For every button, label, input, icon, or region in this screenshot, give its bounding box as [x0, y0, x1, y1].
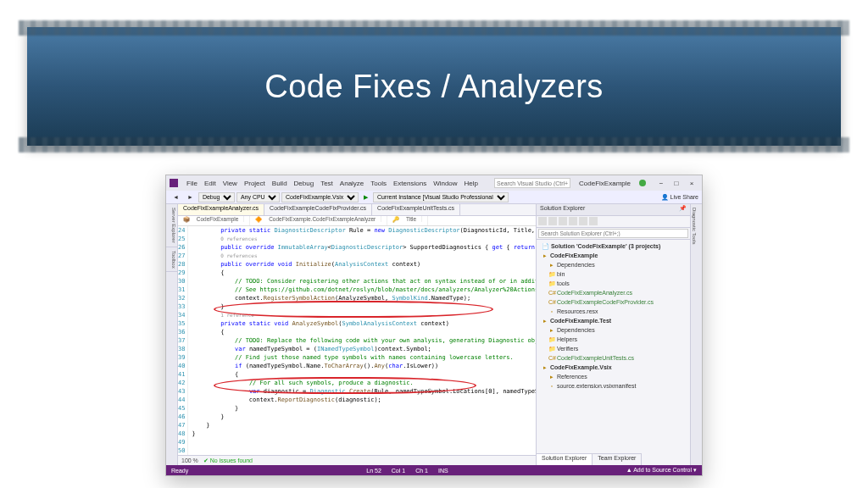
- solexp-search: [537, 228, 690, 240]
- document-tabs: CodeFixExampleAnalyzer.csCodeFixExampleC…: [178, 204, 536, 216]
- nav-member[interactable]: 🔑 Title: [387, 216, 428, 225]
- solexp-collapse-icon[interactable]: [559, 217, 567, 225]
- main-toolbar: ◄ ► Debug Any CPU CodeFixExample.Vsix ▶ …: [166, 191, 702, 204]
- vs-logo-icon: [170, 179, 178, 187]
- solexp-refresh-icon[interactable]: [548, 217, 557, 225]
- menu-test[interactable]: Test: [317, 180, 337, 187]
- source-control-button[interactable]: ▲ Add to Source Control ▾: [626, 467, 697, 474]
- menu-file[interactable]: File: [183, 180, 201, 187]
- solexp-pin-icon[interactable]: 📌: [679, 205, 687, 214]
- menu-debug[interactable]: Debug: [291, 180, 318, 187]
- tree-node[interactable]: ▸ Dependencies: [538, 325, 688, 335]
- solution-name-label: CodeFixExample: [579, 180, 631, 187]
- tree-node[interactable]: 📁 Helpers: [538, 335, 688, 344]
- menu-window[interactable]: Window: [430, 180, 460, 187]
- doc-tab[interactable]: CodeFixExampleCodeFixProvider.cs: [264, 204, 372, 215]
- tree-node[interactable]: ▫ Resources.resx: [538, 307, 688, 316]
- tree-node[interactable]: ▸ Dependencies: [538, 260, 688, 269]
- search-vs-input[interactable]: [494, 178, 570, 188]
- solution-tree[interactable]: 📄 Solution 'CodeFixExample' (3 projects)…: [537, 240, 690, 453]
- tree-node[interactable]: C# CodeFixExampleAnalyzer.cs: [538, 288, 688, 297]
- right-tool-tabs: Diagnostic Tools: [690, 204, 702, 465]
- issues-status[interactable]: ✔ No issues found: [203, 458, 253, 464]
- error-bar: 100 % ✔ No issues found: [178, 455, 536, 465]
- minimize-button[interactable]: −: [654, 180, 668, 187]
- zoom-level[interactable]: 100 %: [181, 458, 198, 463]
- tree-node[interactable]: 📁 tools: [538, 279, 688, 288]
- solexp-showall-icon[interactable]: [569, 217, 577, 225]
- nav-class[interactable]: 🔶 CodeFixExample.CodeFixExampleAnalyzer: [250, 216, 387, 225]
- solexp-search-input[interactable]: [538, 229, 688, 238]
- user-badge-icon[interactable]: [639, 180, 646, 186]
- menu-extensions[interactable]: Extensions: [390, 180, 430, 187]
- tree-node[interactable]: ▫ source.extension.vsixmanifest: [538, 381, 688, 391]
- status-ins: INS: [438, 468, 448, 474]
- tool-tab-server-explorer[interactable]: Server Explorer: [166, 204, 177, 247]
- tree-node[interactable]: 📁 bin: [538, 269, 688, 279]
- platform-dropdown[interactable]: Any CPU: [236, 192, 280, 202]
- navigation-bar: 📦 CodeFixExample 🔶 CodeFixExample.CodeFi…: [178, 216, 536, 226]
- menu-help[interactable]: Help: [461, 180, 481, 187]
- window-buttons: − □ ×: [654, 180, 698, 187]
- solexp-title: Solution Explorer: [540, 205, 585, 214]
- menu-view[interactable]: View: [220, 180, 241, 187]
- liveshare-button[interactable]: 👤 Live Share: [661, 194, 698, 201]
- doc-tab[interactable]: CodeFixExampleAnalyzer.cs: [178, 204, 264, 215]
- tree-node[interactable]: C# CodeFixExampleUnitTests.cs: [538, 353, 688, 363]
- solexp-home-icon[interactable]: [538, 217, 547, 225]
- close-button[interactable]: ×: [685, 180, 698, 187]
- code-editor[interactable]: 2425262728293031323334353637383940414243…: [178, 226, 536, 455]
- titlebar: FileEditViewProjectBuildDebugTestAnalyze…: [166, 175, 702, 191]
- solexp-header: Solution Explorer 📌: [537, 204, 690, 216]
- nav-back-icon[interactable]: ◄: [170, 193, 182, 201]
- solexp-tab[interactable]: Solution Explorer: [537, 453, 593, 465]
- left-tool-tabs: Server ExplorerToolbox: [166, 204, 178, 465]
- startup-dropdown[interactable]: CodeFixExample.Vsix: [281, 192, 359, 202]
- start-button[interactable]: ▶: [360, 193, 371, 202]
- solexp-props-icon[interactable]: [579, 217, 587, 225]
- solexp-toolbar: [537, 216, 690, 228]
- line-gutter: 2425262728293031323334353637383940414243…: [178, 226, 188, 455]
- tree-node[interactable]: ▸ CodeFixExample.Vsix: [538, 363, 688, 372]
- menu-tools[interactable]: Tools: [367, 180, 390, 187]
- status-line: Ln 52: [366, 468, 381, 474]
- solexp-preview-icon[interactable]: [589, 217, 598, 225]
- status-bar: Ready Ln 52 Col 1 Ch 1 INS ▲ Add to Sour…: [166, 465, 702, 475]
- doc-tab[interactable]: CodeFixExampleUnitTests.cs: [372, 204, 460, 215]
- menu-analyze[interactable]: Analyze: [337, 180, 367, 187]
- solution-explorer: Solution Explorer 📌 📄 Solution 'CodeFixE…: [536, 204, 690, 465]
- instance-dropdown[interactable]: Current Instance [Visual Studio Professi…: [373, 192, 509, 202]
- nav-fwd-icon[interactable]: ►: [184, 193, 197, 201]
- status-ch: Ch 1: [415, 468, 428, 474]
- tool-tab-diagnostic-tools[interactable]: Diagnostic Tools: [691, 204, 698, 248]
- status-col: Col 1: [392, 468, 405, 474]
- tree-node[interactable]: ▸ CodeFixExample: [538, 251, 688, 260]
- menu-project[interactable]: Project: [241, 180, 269, 187]
- visual-studio-window: FileEditViewProjectBuildDebugTestAnalyze…: [165, 175, 703, 476]
- code-content[interactable]: private static DiagnosticDescriptor Rule…: [188, 226, 536, 455]
- config-dropdown[interactable]: Debug: [198, 192, 235, 202]
- menu-build[interactable]: Build: [269, 180, 291, 187]
- menubar: FileEditViewProjectBuildDebugTestAnalyze…: [183, 180, 481, 187]
- tree-node[interactable]: 📁 Verifiers: [538, 344, 688, 353]
- solution-node[interactable]: 📄 Solution 'CodeFixExample' (3 projects): [538, 241, 688, 251]
- slide-title: Code Fixes / Analyzers: [264, 69, 604, 105]
- solexp-tab[interactable]: Team Explorer: [593, 453, 642, 465]
- solexp-bottom-tabs: Solution ExplorerTeam Explorer: [537, 453, 690, 465]
- editor-column: CodeFixExampleAnalyzer.csCodeFixExampleC…: [178, 204, 536, 465]
- nav-project[interactable]: 📦 CodeFixExample: [178, 216, 250, 225]
- status-ready: Ready: [171, 468, 188, 474]
- slide-title-banner: Code Fixes / Analyzers: [27, 27, 841, 146]
- tree-node[interactable]: ▸ CodeFixExample.Test: [538, 316, 688, 325]
- tree-node[interactable]: C# CodeFixExampleCodeFixProvider.cs: [538, 297, 688, 307]
- tool-tab-toolbox[interactable]: Toolbox: [166, 247, 177, 273]
- menu-edit[interactable]: Edit: [201, 180, 220, 187]
- tree-node[interactable]: ▸ References: [538, 372, 688, 381]
- maximize-button[interactable]: □: [670, 180, 683, 187]
